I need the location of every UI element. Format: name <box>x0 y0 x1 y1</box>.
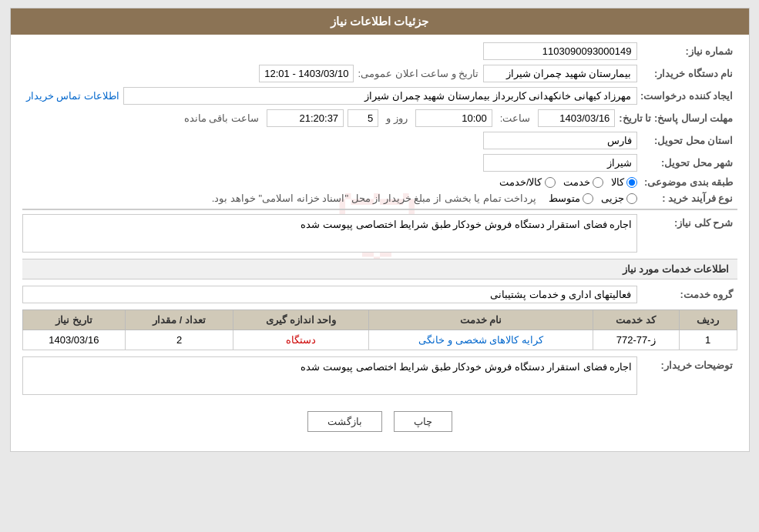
purchase-label-jozi: جزیی <box>601 192 624 204</box>
creator-value: مهرزاد کیهانی خانکهدانی کاربرداز بیمارست… <box>123 87 637 105</box>
purchase-radio-jozi[interactable] <box>626 193 637 204</box>
service-group-value: فعالیتهای اداری و خدمات پشتیبانی <box>22 286 637 303</box>
send-remaining-label: ساعت باقی مانده <box>184 112 259 124</box>
send-day-value: 5 <box>348 109 378 127</box>
city-label: شهر محل تحویل: <box>637 157 737 169</box>
back-button[interactable]: بازگشت <box>307 411 382 432</box>
table-header-row: ردیف کد خدمت نام خدمت واحد اندازه گیری ت… <box>22 310 737 330</box>
category-radio-khedmat[interactable] <box>593 177 603 188</box>
page-title: جزئیات اطلاعات نیاز <box>331 15 428 28</box>
purchase-type-row: نوع فرآیند خرید : جزیی متوسط پرداخت تمام… <box>22 192 737 204</box>
col-row-num: ردیف <box>679 310 737 330</box>
creator-row: ایجاد کننده درخواست: مهرزاد کیهانی خانکه… <box>22 87 737 105</box>
category-label-kala-khedmat: کالا/خدمت <box>499 176 542 188</box>
category-option-kala-khedmat[interactable]: کالا/خدمت <box>499 176 556 188</box>
services-table: ردیف کد خدمت نام خدمت واحد اندازه گیری ت… <box>22 309 737 350</box>
category-radio-kala[interactable] <box>626 177 637 188</box>
category-radio-kala-khedmat[interactable] <box>545 177 556 188</box>
send-day-label: روز و <box>386 112 408 124</box>
need-number-value: 1103090093000149 <box>483 42 637 60</box>
need-description-textarea[interactable] <box>22 214 637 253</box>
cell-code: ز-77-772 <box>593 330 679 350</box>
print-button[interactable]: چاپ <box>394 411 452 432</box>
purchase-option-motavasset[interactable]: متوسط <box>549 192 593 204</box>
category-row: طبقه بندی موضوعی: کالا خدمت کالا/خدمت <box>22 176 737 188</box>
announcement-date-row: نام دستگاه خریدار: بیمارستان شهید چمران … <box>22 65 737 82</box>
city-row: شهر محل تحویل: شیراز <box>22 154 737 172</box>
send-remaining-value: 21:20:37 <box>267 109 344 127</box>
need-number-label: شماره نیاز: <box>637 45 737 57</box>
services-section-title: اطلاعات خدمات مورد نیاز <box>22 259 737 279</box>
send-time-label: ساعت: <box>500 112 531 124</box>
category-radio-group: کالا خدمت کالا/خدمت <box>499 176 637 188</box>
category-option-khedmat[interactable]: خدمت <box>563 176 603 188</box>
send-time-value: 10:00 <box>415 109 492 127</box>
need-description-label: شرح کلی نیاز: <box>637 214 737 229</box>
buyer-description-label: توضیحات خریدار: <box>637 356 737 371</box>
divider-1 <box>22 209 737 210</box>
page-header: جزئیات اطلاعات نیاز <box>11 8 749 35</box>
col-unit: واحد اندازه گیری <box>233 310 368 330</box>
buyer-description-row: توضیحات خریدار: <box>22 356 737 395</box>
col-date: تاریخ نیاز <box>22 310 126 330</box>
category-label: طبقه بندی موضوعی: <box>637 176 737 188</box>
province-value: فارس <box>483 132 637 149</box>
province-row: استان محل تحویل: فارس <box>22 132 737 149</box>
province-label: استان محل تحویل: <box>637 135 737 146</box>
announcement-date-value: 1403/03/10 - 12:01 <box>259 65 354 82</box>
need-description-row: شرح کلی نیاز: <box>22 214 737 253</box>
requester-org-value: بیمارستان شهید چمران شیراز <box>483 65 637 82</box>
category-label-khedmat: خدمت <box>563 176 590 188</box>
table-row: 1 ز-77-772 کرایه کالاهای شخصی و خانگی دس… <box>22 330 737 350</box>
buyer-description-textarea[interactable] <box>22 356 637 395</box>
purchase-option-jozi[interactable]: جزیی <box>601 192 637 204</box>
cell-count: 2 <box>126 330 233 350</box>
creator-link[interactable]: اطلاعات تماس خریدار <box>26 90 119 102</box>
purchase-note: پرداخت تمام یا بخشی از مبلغ خریدار از مح… <box>212 192 537 204</box>
button-row: چاپ بازگشت <box>22 400 737 443</box>
category-label-kala: کالا <box>611 176 624 188</box>
send-date-row: مهلت ارسال پاسخ: تا تاریخ: 1403/03/16 سا… <box>22 109 737 127</box>
cell-date: 1403/03/16 <box>22 330 126 350</box>
cell-row-num: 1 <box>679 330 737 350</box>
purchase-label-motavasset: متوسط <box>549 192 580 204</box>
category-option-kala[interactable]: کالا <box>611 176 637 188</box>
creator-label: ایجاد کننده درخواست: <box>637 90 737 102</box>
service-group-row: گروه خدمت: فعالیتهای اداری و خدمات پشتیب… <box>22 286 737 303</box>
purchase-radio-group: جزیی متوسط <box>549 192 637 204</box>
col-name: نام خدمت <box>369 310 593 330</box>
service-group-label: گروه خدمت: <box>637 289 737 300</box>
need-number-row: شماره نیاز: 1103090093000149 <box>22 42 737 60</box>
cell-unit: دستگاه <box>233 330 368 350</box>
purchase-type-label: نوع فرآیند خرید : <box>637 192 737 204</box>
purchase-radio-motavasset[interactable] <box>583 193 593 204</box>
announcement-date-label: تاریخ و ساعت اعلان عمومی: <box>358 68 479 79</box>
requester-org-label: نام دستگاه خریدار: <box>637 68 737 79</box>
send-date-value: 1403/03/16 <box>538 109 615 127</box>
col-count: تعداد / مقدار <box>126 310 233 330</box>
send-date-label: مهلت ارسال پاسخ: تا تاریخ: <box>619 112 737 124</box>
cell-name: کرایه کالاهای شخصی و خانگی <box>369 330 593 350</box>
city-value: شیراز <box>483 154 637 172</box>
col-code: کد خدمت <box>593 310 679 330</box>
